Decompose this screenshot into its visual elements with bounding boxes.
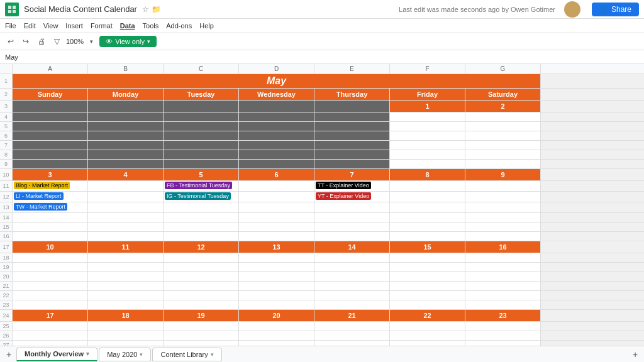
w1-sun — [13, 101, 88, 112]
week2-content-row12: 12 LI - Market Report IG - Testimonial T… — [0, 192, 644, 202]
col-header-a: A — [13, 64, 88, 74]
w2-sun-content: Blog - Market Report — [13, 181, 88, 191]
week2-row16: 16 — [0, 232, 644, 241]
friday-header: Friday — [390, 89, 465, 100]
yt-explainer-tag: YT - Explainer Video — [316, 192, 371, 200]
chevron-down-icon: ▾ — [147, 38, 150, 45]
menu-format[interactable]: Format — [91, 22, 113, 30]
row-num-4: 4 — [0, 112, 13, 121]
week1-row4: 4 — [0, 112, 644, 122]
w2-thu: 7 — [314, 169, 390, 180]
tab-bar: + Monthly Overview ▾ May 2020 ▾ Content … — [0, 346, 644, 362]
toolbar: ↩ ↪ 🖨 ▽ 100% ▾ 👁 View only ▾ — [0, 33, 644, 50]
redo-icon[interactable]: ↪ — [20, 36, 31, 47]
menu-addons[interactable]: Add-ons — [166, 22, 192, 30]
tab-monthly-overview[interactable]: Monthly Overview ▾ — [16, 348, 97, 361]
tab-content-library-label: Content Library — [160, 351, 208, 358]
undo-icon[interactable]: ↩ — [5, 36, 16, 47]
menu-view[interactable]: View — [43, 22, 58, 30]
w1-sat: 2 — [465, 101, 541, 112]
row-num-24: 24 — [0, 310, 13, 321]
tab-may2020-chevron: ▾ — [140, 351, 143, 358]
monday-header: Monday — [88, 89, 164, 100]
tab-monthly-overview-label: Monthly Overview — [25, 350, 84, 358]
formula-bar: May — [0, 50, 644, 64]
menu-edit[interactable]: Edit — [24, 22, 36, 30]
document-title: Social Media Content Calendar — [24, 4, 137, 14]
menu-insert[interactable]: Insert — [65, 22, 83, 30]
add-sheet-button[interactable]: + — [3, 348, 15, 361]
ig-testimonial-tag: IG - Testimonial Tuesday — [165, 192, 231, 200]
menu-file[interactable]: File — [5, 22, 16, 30]
tab-may-2020[interactable]: May 2020 ▾ — [99, 348, 151, 361]
zoom-chevron[interactable]: ▾ — [87, 37, 96, 46]
week3-row22: 22 — [0, 291, 644, 300]
tuesday-header: Tuesday — [164, 89, 239, 100]
w2-mon: 4 — [88, 169, 164, 180]
cell-reference[interactable]: May — [5, 53, 36, 61]
row-num-12: 12 — [0, 192, 13, 202]
folder-icon[interactable]: 📁 — [152, 5, 161, 14]
row-num-16: 16 — [0, 232, 13, 241]
eye-icon: 👁 — [106, 38, 113, 45]
saturday-header: Saturday — [465, 89, 541, 100]
w2-fri: 8 — [390, 169, 465, 180]
w1-fri: 1 — [390, 101, 465, 112]
week2-row15: 15 — [0, 222, 644, 232]
svg-rect-1 — [8, 6, 11, 9]
menu-help[interactable]: Help — [199, 22, 214, 30]
sheet-area: A B C D E F G 1 May 2 Sunday Monday Tues… — [0, 64, 644, 346]
blog-market-report-tag: Blog - Market Report — [14, 182, 70, 189]
menu-tools[interactable]: Tools — [143, 22, 159, 30]
week4-row25: 25 — [0, 322, 644, 331]
row-num-17: 17 — [0, 241, 13, 253]
row-num-2: 2 — [0, 89, 13, 100]
w2-sun: 3 — [13, 169, 88, 180]
tab-content-library[interactable]: Content Library ▾ — [152, 348, 221, 361]
col-header-e: E — [314, 64, 390, 74]
last-edit-text: Last edit was made seconds ago by Owen G… — [399, 6, 555, 13]
zoom-level: 100% — [66, 38, 84, 45]
tab-may-2020-label: May 2020 — [107, 351, 137, 358]
view-only-button[interactable]: 👁 View only ▾ — [99, 36, 157, 47]
week2-date-row: 10 3 4 5 6 7 8 9 — [0, 169, 644, 181]
star-icon[interactable]: ☆ — [142, 5, 149, 14]
row-num-3: 3 — [0, 101, 13, 112]
share-icon: 👤 — [599, 5, 609, 14]
w1-wed — [239, 101, 314, 112]
share-button[interactable]: 👤 Share — [592, 3, 639, 16]
tab-content-library-chevron: ▾ — [211, 351, 214, 358]
w2-tue: 5 — [164, 169, 239, 180]
svg-rect-2 — [13, 6, 16, 9]
col-header-f: F — [390, 64, 465, 74]
tab-monthly-chevron: ▾ — [86, 351, 89, 357]
top-bar: Social Media Content Calendar ☆ 📁 Last e… — [0, 0, 644, 19]
print-icon[interactable]: 🖨 — [35, 36, 48, 47]
w1-thu — [314, 101, 390, 112]
calendar-grid: 1 May 2 Sunday Monday Tuesday Wednesday … — [0, 74, 644, 346]
menu-data[interactable]: Data — [120, 22, 135, 30]
w1-tue — [164, 101, 239, 112]
row-num-11: 11 — [0, 181, 13, 191]
week1-row6: 6 — [0, 131, 644, 141]
column-headers: A B C D E F G — [0, 64, 644, 74]
week3-date-row: 17 10 11 12 13 14 15 16 — [0, 241, 644, 253]
w1-mon — [88, 101, 164, 112]
month-title-cell: May — [13, 74, 541, 88]
svg-rect-4 — [13, 10, 16, 13]
week1-date-row: 3 1 2 — [0, 101, 644, 112]
date-1: 1 — [425, 102, 429, 110]
month-title-row: 1 May — [0, 74, 644, 89]
sunday-header: Sunday — [13, 89, 88, 100]
col-header-row — [0, 64, 13, 74]
week1-row9: 9 — [0, 160, 644, 169]
add-tab-right-button[interactable]: + — [629, 348, 641, 361]
row-num-5: 5 — [0, 122, 13, 131]
filter-icon[interactable]: ▽ — [52, 36, 62, 47]
li-market-report-tag: LI - Market Report — [14, 192, 64, 200]
week4-row27: 27 — [0, 341, 644, 346]
week3-row18: 18 — [0, 253, 644, 263]
row-num-6: 6 — [0, 131, 13, 140]
col-header-b: B — [88, 64, 164, 74]
row-num-10: 10 — [0, 169, 13, 180]
